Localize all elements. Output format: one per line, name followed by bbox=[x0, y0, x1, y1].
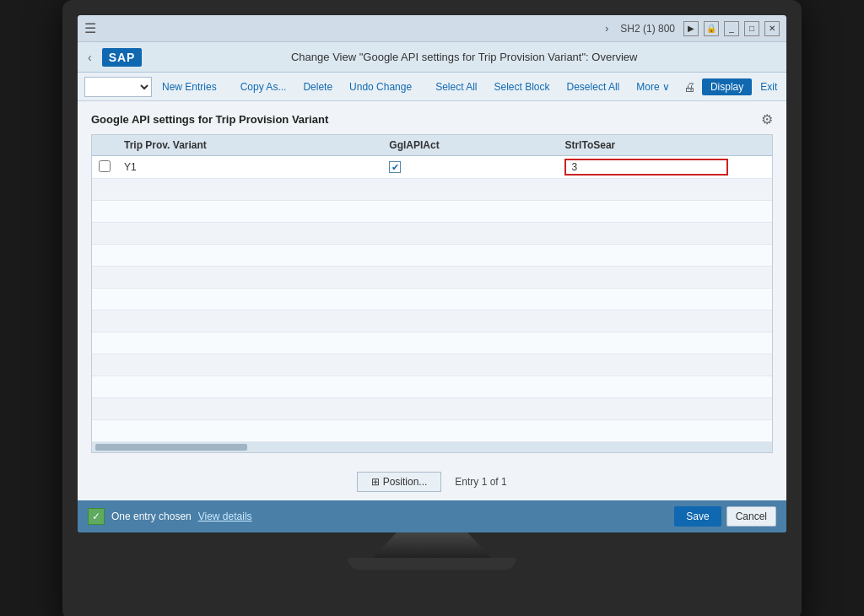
copy-as-button[interactable]: Copy As... bbox=[234, 78, 294, 95]
main-content: Google API settings for Trip Provision V… bbox=[78, 101, 786, 463]
select-all-button[interactable]: Select All bbox=[429, 78, 483, 95]
window-minimize-btn[interactable]: _ bbox=[724, 21, 739, 36]
horizontal-scrollbar[interactable] bbox=[92, 442, 772, 452]
trip-prov-cell: Y1 bbox=[117, 156, 382, 179]
entry-count: Entry 1 of 1 bbox=[455, 476, 506, 488]
col-checkbox bbox=[92, 135, 117, 156]
table-row bbox=[92, 311, 772, 332]
undo-change-button[interactable]: Undo Change bbox=[343, 78, 418, 95]
window-expand-btn[interactable]: ▶ bbox=[683, 21, 699, 36]
table-row: Y1 ✔ 3 bbox=[92, 156, 772, 179]
section-header: Google API settings for Trip Provision V… bbox=[91, 111, 773, 127]
col-ggl-api-act: GglAPIAct bbox=[382, 135, 558, 156]
monitor-stand bbox=[373, 532, 491, 558]
more-button[interactable]: More ∨ bbox=[629, 78, 677, 95]
toolbar-dropdown[interactable] bbox=[84, 77, 152, 97]
view-details-link[interactable]: View details bbox=[198, 511, 252, 522]
deselect-all-button[interactable]: Deselect All bbox=[560, 78, 627, 95]
window-restore-btn[interactable]: □ bbox=[744, 21, 759, 36]
delete-button[interactable]: Delete bbox=[296, 78, 339, 95]
row-extra bbox=[735, 156, 772, 179]
data-table-container: Trip Prov. Variant GglAPIAct StrlToSear bbox=[91, 134, 773, 453]
status-check-icon: ✓ bbox=[88, 508, 105, 525]
table-row bbox=[92, 267, 772, 289]
table-row bbox=[92, 201, 772, 223]
table-scroll[interactable]: Trip Prov. Variant GglAPIAct StrlToSear bbox=[92, 135, 772, 442]
col-strl-to-sear: StrlToSear bbox=[558, 135, 734, 156]
ggl-api-act-cell: ✔ bbox=[382, 156, 558, 179]
section-title: Google API settings for Trip Provision V… bbox=[91, 113, 328, 126]
table-header-row: Trip Prov. Variant GglAPIAct StrlToSear bbox=[92, 135, 772, 156]
window-lock-btn[interactable]: 🔒 bbox=[704, 21, 719, 36]
table-row bbox=[92, 398, 772, 420]
settings-icon[interactable]: ⚙ bbox=[761, 111, 773, 127]
toolbar: New Entries Copy As... Delete Undo Chang… bbox=[78, 73, 786, 101]
select-block-button[interactable]: Select Block bbox=[488, 78, 557, 95]
arrow-icon: › bbox=[602, 21, 612, 36]
exit-button[interactable]: Exit bbox=[755, 78, 782, 95]
window-close-btn[interactable]: ✕ bbox=[764, 21, 780, 36]
table-row bbox=[92, 376, 772, 398]
strl-to-sear-value[interactable]: 3 bbox=[564, 159, 727, 176]
system-info: SH2 (1) 800 bbox=[617, 21, 678, 36]
status-message: One entry chosen bbox=[111, 511, 192, 522]
hamburger-icon[interactable]: ☰ bbox=[84, 20, 96, 36]
table-row bbox=[92, 289, 772, 311]
print-icon[interactable]: 🖨 bbox=[680, 78, 699, 95]
cancel-button[interactable]: Cancel bbox=[726, 506, 776, 527]
new-entries-button[interactable]: New Entries bbox=[155, 78, 224, 95]
sap-logo: SAP bbox=[102, 48, 143, 67]
table-row bbox=[92, 223, 772, 245]
nav-bar: ‹ SAP Change View "Google API settings f… bbox=[78, 42, 786, 73]
data-table: Trip Prov. Variant GglAPIAct StrlToSear bbox=[92, 135, 772, 442]
status-bar: ✓ One entry chosen View details Save Can… bbox=[78, 500, 786, 532]
table-row bbox=[92, 354, 772, 376]
monitor-base bbox=[348, 558, 516, 570]
col-empty bbox=[735, 135, 772, 156]
title-bar: ☰ › SH2 (1) 800 ▶ 🔒 _ □ ✕ bbox=[78, 15, 786, 42]
bottom-bar: ⊞ Position... Entry 1 of 1 bbox=[78, 463, 786, 500]
page-title: Change View "Google API settings for Tri… bbox=[148, 51, 780, 63]
table-row bbox=[92, 179, 772, 201]
row-select-checkbox[interactable] bbox=[99, 160, 111, 172]
row-checkbox-cell[interactable] bbox=[92, 156, 117, 179]
col-trip-prov: Trip Prov. Variant bbox=[117, 135, 382, 156]
table-row bbox=[92, 420, 772, 442]
strl-to-sear-cell: 3 bbox=[558, 156, 734, 179]
save-button[interactable]: Save bbox=[674, 506, 721, 527]
back-button[interactable]: ‹ bbox=[84, 49, 95, 66]
position-button[interactable]: ⊞ Position... bbox=[357, 472, 441, 492]
ggl-api-checkbox[interactable]: ✔ bbox=[389, 161, 401, 173]
display-button[interactable]: Display bbox=[702, 78, 752, 95]
table-row bbox=[92, 332, 772, 354]
table-row bbox=[92, 245, 772, 267]
scrollbar-thumb[interactable] bbox=[95, 444, 247, 451]
